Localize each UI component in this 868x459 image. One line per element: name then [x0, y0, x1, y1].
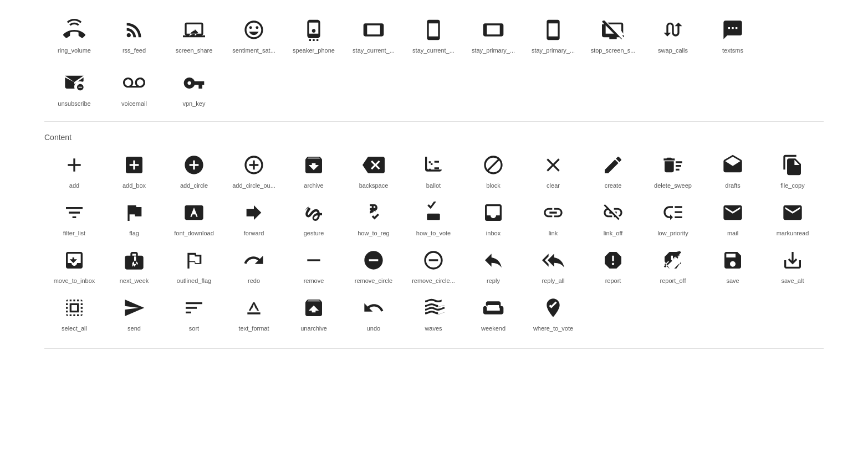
- icon-where_to_vote[interactable]: where_to_vote: [523, 289, 583, 337]
- add_circle-icon: [181, 152, 207, 178]
- textsms-icon: [719, 17, 746, 43]
- icon-reply[interactable]: reply: [463, 241, 523, 289]
- icon-screen_share[interactable]: screen_share: [164, 11, 224, 59]
- icon-label-voicemail: voicemail: [121, 100, 147, 107]
- icon-label-add_circle: add_circle: [180, 182, 208, 189]
- icon-label-stay_primary_landscape: stay_primary_...: [472, 47, 515, 54]
- icon-next_week[interactable]: next_week: [104, 241, 164, 289]
- icon-inbox[interactable]: inbox: [463, 194, 523, 241]
- icon-label-unarchive: unarchive: [300, 324, 327, 332]
- icon-save_alt[interactable]: save_alt: [763, 241, 823, 289]
- icon-report_off[interactable]: report_off: [643, 241, 703, 289]
- content-label: Content: [44, 133, 824, 142]
- icon-low_priority[interactable]: low_priority: [643, 194, 703, 241]
- icon-label-remove: remove: [304, 277, 324, 285]
- icon-ring_volume[interactable]: ring_volume: [44, 11, 104, 59]
- icon-create[interactable]: create: [583, 146, 643, 194]
- icon-stay_primary_landscape[interactable]: stay_primary_...: [463, 11, 523, 59]
- reply_all-icon: [540, 247, 566, 274]
- icon-remove[interactable]: remove: [284, 241, 344, 289]
- icon-sentiment_satisfied[interactable]: sentiment_sat...: [224, 11, 284, 59]
- icon-forward[interactable]: forward: [224, 194, 284, 241]
- icon-label-forward: forward: [244, 229, 264, 237]
- icon-add[interactable]: add: [44, 146, 104, 194]
- icon-unsubscribe[interactable]: unsubscribe: [44, 64, 104, 112]
- icon-redo[interactable]: redo: [224, 241, 284, 289]
- icon-drafts[interactable]: drafts: [703, 146, 763, 194]
- icon-block[interactable]: block: [463, 146, 523, 194]
- vpn_key-icon: [181, 70, 207, 96]
- icon-stay_current_landscape[interactable]: stay_current_...: [344, 11, 404, 59]
- icon-stop_screen_share[interactable]: stop_screen_s...: [583, 11, 643, 59]
- icon-remove_circle[interactable]: remove_circle: [344, 241, 404, 289]
- icon-filter_list[interactable]: filter_list: [44, 194, 104, 241]
- icon-remove_circle_outline[interactable]: remove_circle...: [404, 241, 463, 289]
- outlined_flag-icon: [181, 247, 207, 274]
- icon-outlined_flag[interactable]: outlined_flag: [164, 241, 224, 289]
- icon-add_circle_outline[interactable]: add_circle_ou...: [224, 146, 284, 194]
- font_download-icon: [181, 199, 207, 226]
- icon-weekend[interactable]: weekend: [463, 289, 523, 337]
- icon-file_copy[interactable]: file_copy: [763, 146, 823, 194]
- icon-label-backspace: backspace: [359, 182, 389, 189]
- icon-undo[interactable]: undo: [344, 289, 404, 337]
- send-icon: [121, 295, 147, 321]
- remove_circle_outline-icon: [420, 247, 447, 274]
- icon-label-weekend: weekend: [481, 324, 506, 332]
- icon-label-rss_feed: rss_feed: [122, 47, 146, 54]
- icon-save[interactable]: save: [703, 241, 763, 289]
- icon-reply_all[interactable]: reply_all: [523, 241, 583, 289]
- icon-waves[interactable]: waves: [404, 289, 463, 337]
- icon-link[interactable]: link: [523, 194, 583, 241]
- forward-icon: [241, 199, 267, 226]
- icon-vpn_key[interactable]: vpn_key: [164, 64, 224, 112]
- icon-send[interactable]: send: [104, 289, 164, 337]
- icon-how_to_reg[interactable]: how_to_reg: [344, 194, 404, 241]
- unarchive-icon: [300, 295, 327, 321]
- icon-delete_sweep[interactable]: delete_sweep: [643, 146, 703, 194]
- icon-add_circle[interactable]: add_circle: [164, 146, 224, 194]
- icon-stay_current_portrait[interactable]: stay_current_...: [404, 11, 463, 59]
- gesture-icon: [300, 199, 327, 226]
- speaker_phone-icon: [300, 17, 327, 43]
- icon-markunread[interactable]: markunread: [763, 194, 823, 241]
- icon-label-create: create: [605, 182, 622, 189]
- icon-label-remove_circle: remove_circle: [355, 277, 392, 285]
- icon-link_off[interactable]: link_off: [583, 194, 643, 241]
- icon-label-sort: sort: [189, 324, 199, 332]
- markunread-icon: [779, 199, 806, 226]
- icon-speaker_phone[interactable]: speaker_phone: [284, 11, 344, 59]
- icon-archive[interactable]: archive: [284, 146, 344, 194]
- icon-label-swap_calls: swap_calls: [658, 47, 688, 54]
- stay_current_landscape-icon: [360, 17, 387, 43]
- icon-label-redo: redo: [248, 277, 260, 285]
- icon-rss_feed[interactable]: rss_feed: [104, 11, 164, 59]
- icon-ballot[interactable]: ballot: [404, 146, 463, 194]
- icon-sort[interactable]: sort: [164, 289, 224, 337]
- icon-swap_calls[interactable]: swap_calls: [643, 11, 703, 59]
- icon-font_download[interactable]: font_download: [164, 194, 224, 241]
- icon-backspace[interactable]: backspace: [344, 146, 404, 194]
- how_to_reg-icon: [360, 199, 387, 226]
- icon-text_format[interactable]: text_format: [224, 289, 284, 337]
- icon-add_box[interactable]: add_box: [104, 146, 164, 194]
- content-icon-grid: add add_box add_circle add_circle_ou...: [44, 146, 824, 337]
- icon-unarchive[interactable]: unarchive: [284, 289, 344, 337]
- icon-label-file_copy: file_copy: [780, 182, 804, 189]
- icon-label-add_circle_outline: add_circle_ou...: [232, 182, 275, 189]
- icon-report[interactable]: report: [583, 241, 643, 289]
- icon-flag[interactable]: flag: [104, 194, 164, 241]
- icon-mail[interactable]: mail: [703, 194, 763, 241]
- icon-gesture[interactable]: gesture: [284, 194, 344, 241]
- icon-move_to_inbox[interactable]: move_to_inbox: [44, 241, 104, 289]
- icon-select_all[interactable]: select_all: [44, 289, 104, 337]
- icon-label-text_format: text_format: [238, 324, 269, 332]
- content-section-title: Content: [44, 133, 824, 142]
- icon-voicemail[interactable]: voicemail: [104, 64, 164, 112]
- icon-clear[interactable]: clear: [523, 146, 583, 194]
- icon-stay_primary_portrait[interactable]: stay_primary_...: [523, 11, 583, 59]
- icon-label-filter_list: filter_list: [63, 229, 85, 237]
- icon-how_to_vote[interactable]: how_to_vote: [404, 194, 463, 241]
- link-icon: [540, 199, 566, 226]
- icon-textsms[interactable]: textsms: [703, 11, 763, 59]
